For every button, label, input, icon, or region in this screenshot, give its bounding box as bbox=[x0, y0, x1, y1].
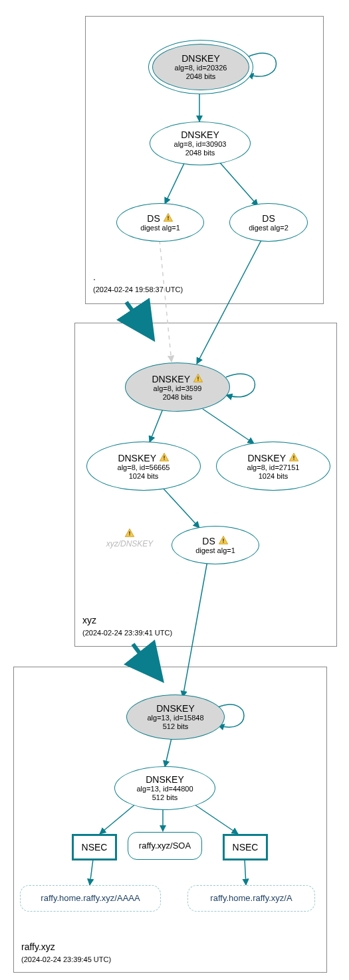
zone-root-label: . bbox=[93, 272, 96, 282]
zone-root-ts: (2024-02-24 19:58:37 UTC) bbox=[93, 286, 183, 293]
root-ds-alg1: DS digest alg=1 bbox=[116, 203, 204, 242]
warning-icon bbox=[218, 535, 229, 546]
warning-icon bbox=[159, 452, 170, 463]
tld-ksk-dnskey: DNSKEY alg=8, id=3599 2048 bits bbox=[125, 363, 230, 412]
warning-icon bbox=[193, 373, 203, 384]
root-ksk-dnskey: DNSKEY alg=8, id=20326 2048 bits bbox=[148, 40, 253, 94]
warning-icon bbox=[124, 528, 135, 539]
root-zsk-dnskey: DNSKEY alg=8, id=30903 2048 bits bbox=[150, 122, 251, 165]
dom-zsk-dnskey: DNSKEY alg=13, id=44800 512 bits bbox=[114, 766, 215, 810]
nsec-record-left: NSEC bbox=[72, 834, 117, 860]
ghost-xyz-dnskey: xyz/DNSKEY bbox=[100, 528, 160, 548]
root-ds-alg2: DS digest alg=2 bbox=[229, 203, 308, 242]
soa-record: raffy.xyz/SOA bbox=[128, 832, 202, 860]
node-title: DNSKEY bbox=[175, 53, 227, 64]
negative-a: raffy.home.raffy.xyz/A bbox=[187, 885, 315, 912]
warning-icon bbox=[163, 212, 174, 224]
nsec-record-right: NSEC bbox=[223, 834, 268, 860]
zone-domain-label: raffy.xyz bbox=[21, 941, 55, 952]
tld-zsk-a: DNSKEY alg=8, id=56665 1024 bits bbox=[86, 442, 201, 491]
tld-ds: DS digest alg=1 bbox=[172, 526, 259, 564]
tld-zsk-b: DNSKEY alg=8, id=27151 1024 bits bbox=[216, 442, 330, 491]
warning-icon bbox=[289, 452, 299, 463]
dom-ksk-dnskey: DNSKEY alg=13, id=15848 512 bits bbox=[126, 694, 225, 740]
negative-aaaa: raffy.home.raffy.xyz/AAAA bbox=[20, 885, 161, 912]
zone-tld-ts: (2024-02-24 23:39:41 UTC) bbox=[82, 629, 172, 637]
zone-domain-ts: (2024-02-24 23:39:45 UTC) bbox=[21, 955, 111, 963]
zone-tld-label: xyz bbox=[82, 615, 96, 625]
